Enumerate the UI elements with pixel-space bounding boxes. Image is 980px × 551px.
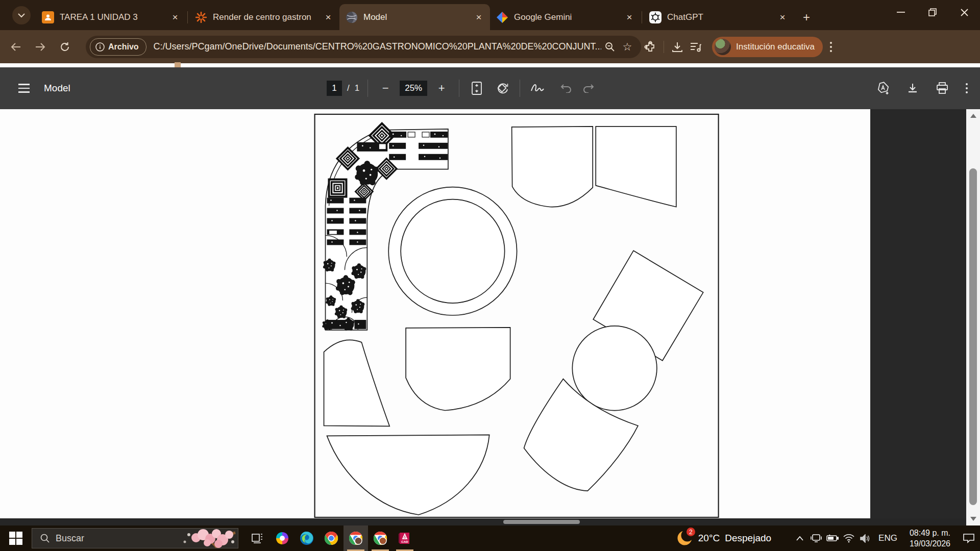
taskbar-tray: 2 20°C Despejado ENG 08:49 p. m bbox=[676, 525, 980, 551]
downloads-icon[interactable] bbox=[668, 38, 687, 56]
tab-chatgpt[interactable]: ChatGPT × bbox=[643, 7, 794, 28]
tab-search-button[interactable] bbox=[12, 6, 31, 24]
module-shape-a bbox=[512, 127, 593, 207]
close-tab-icon[interactable]: × bbox=[169, 11, 181, 23]
chrome-icon[interactable] bbox=[319, 525, 344, 551]
page-edge-mark bbox=[175, 62, 181, 67]
tab-tarea[interactable]: TAREA 1 UNIDAD 3 × bbox=[36, 7, 186, 28]
close-window-button[interactable] bbox=[948, 0, 980, 24]
cast-screen-icon[interactable] bbox=[808, 525, 824, 551]
tab-label: TAREA 1 UNIDAD 3 bbox=[60, 12, 169, 22]
weather-badge: 2 bbox=[687, 528, 695, 536]
chip-label: Archivo bbox=[108, 42, 139, 52]
sphere-icon bbox=[346, 11, 358, 23]
edge-icon[interactable] bbox=[295, 525, 319, 551]
back-button[interactable] bbox=[7, 38, 24, 56]
close-tab-icon[interactable]: × bbox=[776, 11, 789, 23]
gemini-icon bbox=[496, 11, 508, 23]
chevron-down-icon bbox=[18, 13, 25, 18]
wifi-icon[interactable] bbox=[841, 525, 857, 551]
redo-button[interactable] bbox=[579, 79, 598, 97]
blossom-art bbox=[161, 529, 238, 548]
start-button[interactable] bbox=[0, 525, 32, 551]
window-controls bbox=[885, 0, 980, 24]
battery-icon[interactable] bbox=[824, 525, 841, 551]
module-shape-b bbox=[596, 127, 676, 207]
vertical-scrollbar[interactable] bbox=[966, 109, 980, 525]
browser-tab-bar: TAREA 1 UNIDAD 3 × Render de centro gast… bbox=[0, 0, 980, 30]
zoom-page-icon[interactable] bbox=[601, 38, 619, 56]
tab-divider bbox=[642, 11, 642, 23]
restore-button[interactable] bbox=[917, 0, 948, 24]
notification-center-icon[interactable] bbox=[958, 525, 980, 551]
undo-button[interactable] bbox=[557, 79, 575, 97]
copilot-icon[interactable] bbox=[270, 525, 295, 551]
rotate-button[interactable] bbox=[493, 79, 511, 97]
reload-button[interactable] bbox=[56, 38, 74, 56]
horizontal-scrollbar[interactable] bbox=[0, 518, 966, 525]
tab-model-active[interactable]: Model × bbox=[339, 4, 490, 30]
minimize-button[interactable] bbox=[885, 0, 917, 24]
spark-icon bbox=[195, 11, 207, 23]
taskbar-clock[interactable]: 08:49 p. m. 19/03/2026 bbox=[910, 528, 950, 549]
address-bar[interactable]: Archivo C:/Users/PCgam/OneDrive/Document… bbox=[86, 36, 641, 58]
svg-text:CAD: CAD bbox=[401, 540, 408, 543]
sail-module bbox=[324, 340, 390, 426]
weather-temp: 20°C bbox=[698, 533, 720, 544]
browser-toolbar: Archivo C:/Users/PCgam/OneDrive/Document… bbox=[0, 30, 980, 63]
weather-widget[interactable]: 2 20°C Despejado bbox=[676, 530, 771, 547]
page-total: 1 bbox=[355, 83, 359, 93]
profile-label: Institución educativa bbox=[736, 42, 815, 52]
pdf-page[interactable] bbox=[0, 109, 870, 518]
autocad-icon[interactable]: CAD bbox=[393, 525, 417, 551]
close-tab-icon[interactable]: × bbox=[623, 11, 635, 23]
fit-page-button[interactable] bbox=[468, 79, 486, 97]
scroll-up-arrow[interactable] bbox=[966, 109, 980, 122]
language-indicator[interactable]: ENG bbox=[878, 533, 897, 543]
url-text[interactable]: C:/Users/PCgam/OneDrive/Documents/CENTRO… bbox=[154, 41, 601, 52]
clock-date: 19/03/2026 bbox=[910, 538, 950, 549]
add-text-annotation-button[interactable] bbox=[874, 79, 892, 97]
download-pdf-button[interactable] bbox=[903, 79, 922, 97]
pdf-controls: 1 / 1 − 25% + bbox=[327, 67, 598, 109]
vertical-scroll-thumb[interactable] bbox=[969, 168, 977, 505]
tab-label: ChatGPT bbox=[667, 12, 776, 22]
search-input[interactable]: Buscar bbox=[32, 528, 238, 548]
forward-button[interactable] bbox=[32, 38, 49, 56]
chrome-profile2[interactable] bbox=[368, 525, 393, 551]
profile-button[interactable]: Institución educativa bbox=[712, 37, 823, 57]
page-number-input[interactable]: 1 bbox=[327, 81, 342, 96]
browser-menu-icon[interactable] bbox=[830, 42, 832, 52]
viewer-background bbox=[870, 109, 966, 525]
task-view-button[interactable] bbox=[246, 525, 270, 551]
print-button[interactable] bbox=[933, 79, 951, 97]
tray-chevron-icon[interactable] bbox=[792, 525, 808, 551]
page-separator: / bbox=[347, 83, 350, 93]
zoom-out-button[interactable]: − bbox=[376, 79, 395, 97]
tab-strip: TAREA 1 UNIDAD 3 × Render de centro gast… bbox=[36, 4, 815, 30]
scroll-down-arrow[interactable] bbox=[966, 512, 980, 525]
extensions-icon[interactable] bbox=[641, 38, 659, 56]
circle-module bbox=[572, 326, 657, 411]
file-scheme-chip[interactable]: Archivo bbox=[90, 38, 146, 56]
volume-icon[interactable] bbox=[857, 525, 873, 551]
tab-gemini[interactable]: Google Gemini × bbox=[490, 7, 641, 28]
new-tab-button[interactable]: + bbox=[798, 9, 815, 26]
tab-label: Render de centro gastron bbox=[213, 12, 322, 22]
bookmark-star-icon[interactable]: ☆ bbox=[619, 38, 636, 56]
tab-render[interactable]: Render de centro gastron × bbox=[189, 7, 339, 28]
horizontal-scroll-thumb[interactable] bbox=[503, 520, 580, 524]
reading-list-icon[interactable] bbox=[687, 38, 705, 56]
pdf-more-menu-icon[interactable] bbox=[966, 83, 968, 93]
circular-plaza bbox=[388, 187, 517, 315]
close-tab-icon[interactable]: × bbox=[473, 11, 485, 23]
chrome-profile1-active[interactable] bbox=[344, 525, 368, 551]
close-tab-icon[interactable]: × bbox=[322, 11, 334, 23]
pdf-menu-icon[interactable] bbox=[18, 84, 30, 93]
weather-desc: Despejado bbox=[725, 533, 771, 544]
zoom-level-input[interactable]: 25% bbox=[400, 81, 427, 96]
windows-taskbar: Buscar bbox=[0, 525, 980, 551]
avatar bbox=[715, 39, 731, 55]
draw-annotation-button[interactable] bbox=[528, 79, 547, 97]
zoom-in-button[interactable]: + bbox=[432, 79, 451, 97]
